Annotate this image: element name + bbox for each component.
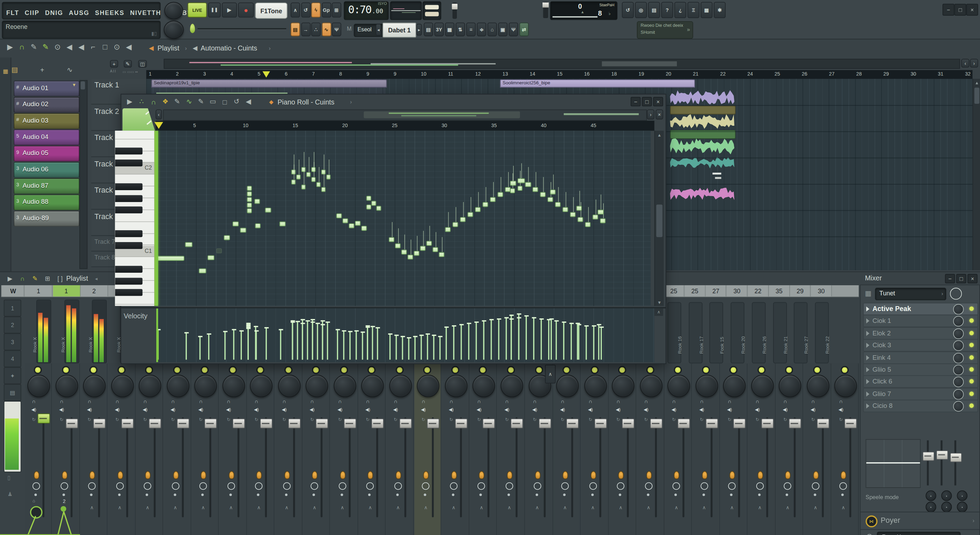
channel-knob[interactable] <box>584 375 606 398</box>
piano-black-key[interactable] <box>115 266 142 273</box>
brush-icon[interactable]: ✎ <box>196 97 206 106</box>
plugin-icon[interactable]: Ψ <box>509 22 518 37</box>
velocity-handle[interactable] <box>460 324 464 325</box>
channel-fader-cap[interactable] <box>177 418 189 428</box>
piano-keys[interactable]: C2C1 <box>115 131 154 306</box>
channel-lamp-icon[interactable] <box>117 471 123 479</box>
channel-circle-icon[interactable] <box>450 482 458 490</box>
channel-fader-track[interactable] <box>794 417 795 517</box>
velocity-bar[interactable] <box>390 334 391 360</box>
channel-fader-cap[interactable] <box>817 418 829 428</box>
channel-knob[interactable] <box>417 375 440 398</box>
channel-lamp-icon[interactable] <box>201 471 206 479</box>
channel-lamp-icon[interactable] <box>89 471 95 479</box>
midi-note[interactable] <box>576 206 582 210</box>
link-row-cicio-8[interactable]: Cicio 8 <box>863 400 978 412</box>
midi-note[interactable] <box>321 187 326 192</box>
midi-note[interactable] <box>371 201 376 205</box>
velocity-handle[interactable] <box>207 334 211 335</box>
channel-lamp-icon[interactable] <box>451 471 457 479</box>
link-row-led[interactable] <box>969 319 974 323</box>
velocity-handle[interactable] <box>517 313 521 315</box>
channel-circle-icon[interactable] <box>812 482 819 490</box>
channel-fader-track[interactable] <box>70 417 72 517</box>
midi-note[interactable] <box>498 192 503 196</box>
channel-fader-track[interactable] <box>460 417 462 517</box>
channel-fader-track[interactable] <box>43 417 44 517</box>
link-row-led[interactable] <box>969 307 974 311</box>
midi-note[interactable] <box>311 177 316 182</box>
channel-fader-track[interactable] <box>571 417 573 517</box>
channel-lamp-icon[interactable] <box>729 471 735 479</box>
channel-led[interactable] <box>340 366 348 374</box>
midi-note[interactable] <box>216 248 222 253</box>
velocity-bar[interactable] <box>307 321 308 360</box>
velocity-handle[interactable] <box>597 324 601 325</box>
channel-headphone-icon[interactable]: ∩ <box>225 398 232 405</box>
link-row-knob[interactable] <box>953 401 964 412</box>
channel-led[interactable] <box>562 366 570 374</box>
velocity-handle[interactable] <box>321 324 325 325</box>
channel-speaker-icon[interactable]: ◀) <box>363 407 373 414</box>
picker-icon[interactable]: ▦ <box>2 67 10 75</box>
channel-circle-icon[interactable] <box>756 482 764 490</box>
pr-vscroll-down-icon[interactable]: ▼ <box>655 299 663 306</box>
piano-key-F2[interactable] <box>115 131 154 139</box>
channel-swap-icon[interactable]: ↻ <box>559 417 566 423</box>
velocity-bar[interactable] <box>427 334 428 360</box>
velocity-handle[interactable] <box>254 326 258 327</box>
slide-icon[interactable]: ∿ <box>185 97 194 106</box>
velocity-bar[interactable] <box>506 317 507 360</box>
channel-fader-cap[interactable] <box>538 418 551 428</box>
channel-fader-track[interactable] <box>210 417 211 517</box>
midi-note[interactable] <box>475 207 480 211</box>
mixer-sidebar-cell-5[interactable]: ▤ <box>4 384 21 401</box>
velocity-bar[interactable] <box>461 324 462 359</box>
channel-led[interactable] <box>479 366 487 374</box>
channel-fader-track[interactable] <box>404 417 406 517</box>
playlist-crumb[interactable]: Automatio - Cuints <box>200 45 257 52</box>
main-volume-knob[interactable] <box>164 2 183 19</box>
channel-speaker-icon[interactable]: ◀) <box>223 407 234 414</box>
mixer-header-w-cell[interactable]: W <box>2 285 24 296</box>
slip-icon[interactable]: ⌐ <box>88 42 98 52</box>
mixer-peak-header-5[interactable]: 35 <box>769 285 790 296</box>
channel-lamp-icon[interactable] <box>284 471 290 479</box>
velocity-bar[interactable] <box>577 323 578 360</box>
channel-headphone-icon[interactable]: ∩ <box>113 398 121 405</box>
midi-note[interactable] <box>439 252 444 257</box>
routing-chevron-icon[interactable]: ∧ <box>424 505 428 510</box>
channel-speaker-icon[interactable]: ◀) <box>251 407 261 414</box>
velocity-handle[interactable] <box>474 321 479 323</box>
mixer-sidebar-cell-3[interactable]: 4 <box>4 350 21 367</box>
channel-headphone-icon[interactable]: ∩ <box>587 398 594 405</box>
mixer-sidebar-cell-2[interactable]: 3 <box>4 333 21 350</box>
pl-scroll-up-icon[interactable]: ▲ <box>973 79 980 86</box>
channel-headphone-icon[interactable]: ∩ <box>726 398 733 405</box>
link-row-led[interactable] <box>969 343 974 347</box>
channel-circle-icon[interactable] <box>645 482 652 490</box>
channel-swap-icon[interactable]: ↻ <box>113 417 121 423</box>
channel-circle-icon[interactable] <box>840 482 847 490</box>
midi-note[interactable] <box>570 212 576 217</box>
power-icon[interactable]: ◎ <box>635 2 647 18</box>
playlist-ruler[interactable]: 1234567899101112131415161819202122242526… <box>146 70 972 80</box>
paint-icon[interactable]: ⊙ <box>52 42 63 52</box>
mixer-channel-13[interactable]: ∩◀)↻∧ <box>359 363 386 535</box>
velocity-bar[interactable] <box>337 329 338 360</box>
velocity-bar[interactable] <box>377 327 378 360</box>
channel-lamp-icon[interactable] <box>702 471 707 479</box>
channel-headphone-icon[interactable]: ∩ <box>392 398 399 405</box>
channel-fader-cap[interactable] <box>65 418 78 428</box>
pl-playhead-marker[interactable] <box>263 72 270 78</box>
channel-headphone-icon[interactable]: ∩ <box>503 398 511 405</box>
midi-note[interactable] <box>533 187 538 192</box>
pause-button[interactable]: ❚❚ <box>208 2 221 18</box>
pattern-next-button[interactable]: ▸ <box>416 24 422 35</box>
mixer-peak-header-0[interactable]: 25 <box>663 285 684 296</box>
midi-note[interactable] <box>460 217 466 222</box>
midi-note[interactable] <box>247 186 251 190</box>
channel-headphone-icon[interactable]: ∩ <box>141 398 149 405</box>
channel-swap-icon[interactable]: ↻ <box>753 417 761 423</box>
channel-headphone-icon[interactable]: ∩ <box>531 398 539 405</box>
